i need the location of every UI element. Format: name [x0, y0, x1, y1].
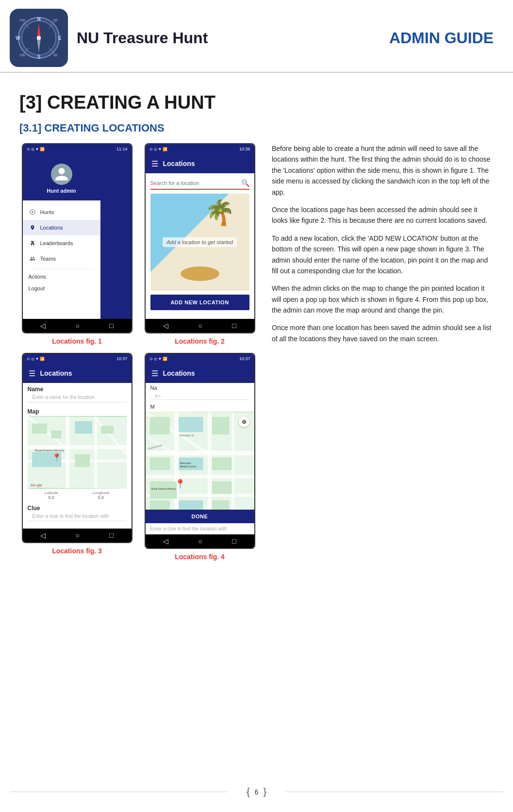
- fig2-back-button[interactable]: ◁: [163, 322, 168, 330]
- svg-text:Medical School: Medical School: [180, 465, 196, 468]
- fig4-container: ⊙ ◎ ▼ 📶 10:37 ☰ Locations: [142, 353, 257, 561]
- fig1-phone: ⊙ ◎ ▼ 📶 11:14: [22, 143, 132, 333]
- svg-rect-30: [101, 426, 114, 433]
- svg-text:Royal Victoria Infirmary: Royal Victoria Infirmary: [151, 488, 176, 490]
- side-menu-leaderboards[interactable]: Leaderboards: [23, 235, 100, 251]
- fig3-recents-button[interactable]: □: [109, 531, 113, 539]
- fig4-recents-button[interactable]: □: [232, 537, 236, 545]
- menu-actions[interactable]: Actions: [23, 271, 100, 282]
- fig2-search-bar: 🔍: [150, 177, 249, 190]
- fig3-time: 10:37: [116, 356, 128, 361]
- svg-rect-40: [231, 413, 234, 522]
- leaderboards-icon: [29, 239, 36, 247]
- fig4-status-bar: ⊙ ◎ ▼ 📶 10:37: [146, 354, 254, 364]
- fig4-time: 10:37: [239, 356, 250, 361]
- svg-rect-47: [212, 417, 229, 434]
- fig3-hamburger-icon[interactable]: ☰: [29, 369, 35, 378]
- svg-point-19: [32, 212, 33, 213]
- svg-text:NW: NW: [19, 18, 25, 22]
- done-button[interactable]: DONE: [146, 510, 254, 523]
- fig2-recents-button[interactable]: □: [232, 322, 236, 330]
- side-menu-hunts[interactable]: Hunts: [23, 204, 100, 220]
- fig3-back-button[interactable]: ◁: [40, 531, 46, 539]
- google-logo: Google: [31, 483, 42, 487]
- fig4-caption: Locations fig. 4: [175, 553, 225, 561]
- page-content: [3] CREATING A HUNT [3.1] CREATING LOCAT…: [0, 73, 513, 580]
- fig3-toolbar: ☰ Locations: [23, 364, 132, 383]
- fig2-caption: Locations fig. 2: [175, 337, 225, 345]
- fig3-container: ⊙ ◎ ▼ 📶 10:37 ☰ Locations: [19, 353, 134, 561]
- fig2-search-input[interactable]: [150, 180, 241, 186]
- side-menu-header: Hunt admin: [23, 154, 100, 200]
- lon-label: Longitude: [92, 491, 109, 495]
- text-para-5: Once more than one location has been sav…: [272, 322, 494, 344]
- menu-logout[interactable]: Logout: [23, 282, 100, 294]
- main-heading: [3] CREATING A HUNT: [19, 92, 494, 113]
- fig4-map[interactable]: Claremont Rd Tannington St Newcastle: [146, 412, 254, 523]
- fig4-bottom-nav: ◁ ○ □: [146, 534, 254, 548]
- fig4-phone: ⊙ ◎ ▼ 📶 10:37 ☰ Locations: [145, 353, 255, 549]
- fig4-home-button[interactable]: ○: [199, 537, 202, 545]
- svg-text:E: E: [58, 35, 62, 41]
- fig4-name-partial: Na: [146, 383, 254, 393]
- user-avatar: [51, 164, 72, 185]
- fig3-clue-label: Clue: [23, 502, 132, 513]
- fig2-home-button[interactable]: ○: [199, 322, 202, 330]
- svg-text:W: W: [16, 35, 20, 41]
- palm-tree-icon: 🌴: [205, 199, 235, 227]
- fig3-home-button[interactable]: ○: [76, 531, 80, 539]
- svg-rect-29: [75, 421, 92, 433]
- locations-label: Locations: [40, 225, 63, 231]
- header-title: NU Treasure Hunt: [77, 29, 208, 47]
- svg-text:Newcastle: Newcastle: [180, 462, 191, 464]
- fig1-status-icons: ⊙ ◎ ▼ 📶: [27, 147, 45, 151]
- screenshots-col: ⊙ ◎ ▼ 📶 11:14: [19, 143, 257, 561]
- fig4-hamburger-icon[interactable]: ☰: [151, 369, 158, 378]
- footer-page-number: { 6 }: [247, 786, 266, 797]
- hunts-icon: [29, 208, 36, 216]
- teams-label: Teams: [40, 256, 56, 262]
- side-menu: Hunt admin Hunts: [23, 154, 100, 319]
- main-layout: ⊙ ◎ ▼ 📶 11:14: [19, 143, 494, 561]
- home-button[interactable]: ○: [76, 322, 80, 330]
- lat-label: Latitude: [45, 491, 58, 495]
- fig2-empty-area: 🌴 Add a location to get started: [150, 194, 249, 291]
- fig4-bottom: Enter a clue to find the location with: [146, 523, 254, 534]
- fig2-container: ⊙ ◎ ▼ 📶 10:36 ☰ Locations: [142, 143, 257, 345]
- fig3-map-coords: Latitude 0.0 Longitude 0.0: [23, 489, 132, 502]
- recents-button[interactable]: □: [109, 322, 113, 330]
- fig1-container: ⊙ ◎ ▼ 📶 11:14: [19, 143, 134, 345]
- fig1-status-bar: ⊙ ◎ ▼ 📶 11:14: [23, 144, 132, 154]
- fig3-caption: Locations fig. 3: [52, 547, 102, 555]
- fig3-map-svg: Royal Victoria Infirmary: [28, 416, 127, 489]
- side-menu-user: Hunt admin: [47, 188, 76, 194]
- back-button[interactable]: ◁: [40, 322, 46, 330]
- svg-text:SW: SW: [19, 53, 25, 57]
- fig2-hamburger-icon[interactable]: ☰: [151, 159, 158, 168]
- svg-text:S: S: [37, 54, 41, 60]
- fig2-time: 10:36: [239, 147, 250, 151]
- add-new-location-button[interactable]: ADD NEW LOCATION: [150, 295, 249, 310]
- fig2-status-icons: ⊙ ◎ ▼ 📶: [149, 147, 168, 151]
- location-target-icon[interactable]: ⊕: [239, 416, 249, 427]
- fig3-clue-input[interactable]: Enter a clue to find the location with: [28, 513, 127, 521]
- fig3-status-icons: ⊙ ◎ ▼ 📶: [27, 357, 45, 361]
- svg-rect-21: [28, 445, 127, 449]
- side-menu-locations[interactable]: Locations: [23, 220, 100, 235]
- page-number: 6: [255, 788, 259, 796]
- fig1-overlay: Hunt admin Hunts: [23, 154, 132, 319]
- fig3-map[interactable]: Royal Victoria Infirmary 📍 Google: [28, 416, 127, 489]
- fig3-map-label: Map: [23, 405, 132, 416]
- fig4-toolbar-title: Locations: [163, 369, 248, 377]
- footer-right-line: [286, 792, 503, 792]
- fig1-caption: Locations fig. 1: [52, 337, 102, 345]
- fig3-name-input[interactable]: Enter a name for the location: [28, 394, 127, 402]
- side-menu-teams[interactable]: Teams: [23, 251, 100, 266]
- fig2-phone: ⊙ ◎ ▼ 📶 10:36 ☰ Locations: [145, 143, 255, 333]
- page-footer: { 6 }: [0, 786, 513, 797]
- fig4-back-button[interactable]: ◁: [163, 537, 168, 545]
- fig4-name-input-partial[interactable]: En: [150, 393, 249, 400]
- svg-point-9: [37, 36, 41, 40]
- menu-divider: [29, 268, 95, 269]
- fig3-status-bar: ⊙ ◎ ▼ 📶 10:37: [23, 354, 132, 364]
